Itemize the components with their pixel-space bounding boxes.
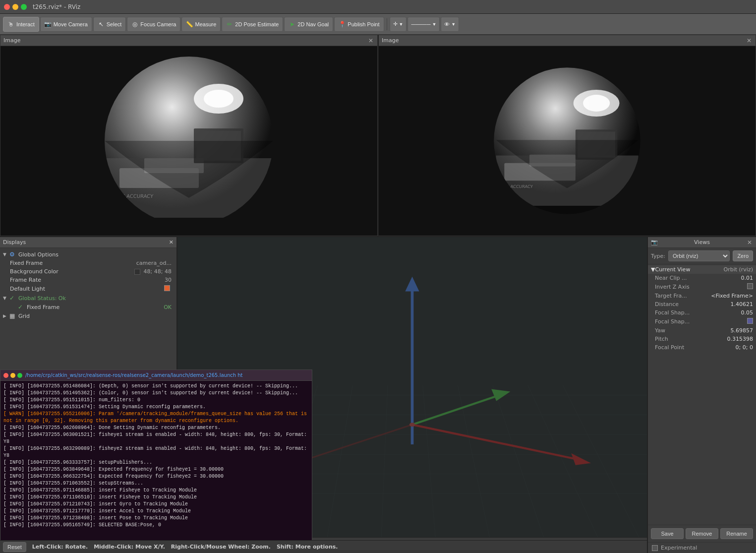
interact-button[interactable]: 🖱 Interact <box>3 17 39 32</box>
minimize-button[interactable] <box>12 4 18 10</box>
measure-button[interactable]: 📏 Measure <box>181 17 221 32</box>
status-left-click: Left-Click: Rotate. <box>32 544 88 550</box>
terminal-line: [ INFO] [1604737255.971217770]: insert A… <box>3 508 309 515</box>
default-light-item[interactable]: Default Light <box>0 284 176 294</box>
near-clip-label: Near Clip ... <box>655 275 741 281</box>
toolbar-sep-1 <box>387 18 387 30</box>
status-right-click: Right-Click/Mouse Wheel: Zoom. <box>171 544 271 550</box>
background-color-item[interactable]: Background Color 48; 48; 48 <box>0 267 176 276</box>
nav-goal-icon: ➤ <box>289 21 295 28</box>
current-view-header[interactable]: ▼ Current View Orbit (rviz) <box>648 265 756 274</box>
eye-dropdown[interactable]: 👁 ▼ <box>441 17 459 32</box>
invert-z-checkbox[interactable] <box>747 283 753 291</box>
terminal-content[interactable]: [ INFO] [1604737255.951486084]: (Depth, … <box>0 381 312 553</box>
pose-estimate-label: 2D Pose Estimate <box>235 21 279 27</box>
views-zero-btn[interactable]: Zero <box>733 250 753 261</box>
terminal-line: [ INFO] [1604737255.971146885]: insert F… <box>3 487 309 494</box>
focus-camera-icon: ◎ <box>131 21 138 28</box>
fixed-frame-status-item[interactable]: ✓ Fixed Frame OK <box>0 303 176 311</box>
global-status-icon: ✓ <box>9 295 16 302</box>
image-panel-2-close[interactable]: ✕ <box>746 37 753 44</box>
terminal-line: [ INFO] [1604737255.971238498]: insert P… <box>3 515 309 522</box>
dash-dropdown[interactable]: ───── ▼ <box>407 17 440 32</box>
default-light-value <box>164 285 174 293</box>
displays-title-close[interactable]: ✕ <box>169 239 174 246</box>
maximize-button[interactable] <box>21 4 27 10</box>
cross-dropdown[interactable]: ✛ ▼ <box>390 17 407 32</box>
terminal-close-btn[interactable] <box>3 373 8 378</box>
terminal-line: [ INFO] [1604737255.962608964]: Done Set… <box>3 425 309 431</box>
global-options-icon: ⚙ <box>9 251 16 258</box>
global-options-label: Global Options <box>18 251 174 258</box>
frame-rate-label: Frame Rate <box>10 277 165 283</box>
status-bar: Reset Left-Click: Rotate. Middle-Click: … <box>0 540 647 553</box>
views-title-icon: 📷 <box>651 239 658 246</box>
frame-rate-item[interactable]: Frame Rate 30 <box>0 276 176 284</box>
global-status-item[interactable]: ▼ ✓ Global Status: Ok <box>0 294 176 303</box>
fixed-frame-label: Fixed Frame <box>10 260 136 266</box>
terminal-line: [ INFO] [1604737255.951531474]: Setting … <box>3 404 309 411</box>
grid-icon: ▦ <box>9 312 16 319</box>
pitch-label: Pitch <box>655 336 727 342</box>
remove-view-btn[interactable]: Remove <box>686 528 718 539</box>
close-button[interactable] <box>4 4 10 10</box>
fisheye-image-1: DESK ACCURACY <box>45 49 333 233</box>
focal-shape2-check-icon <box>747 318 753 324</box>
publish-point-icon: 📍 <box>339 21 346 28</box>
measure-label: Measure <box>195 21 216 27</box>
default-light-checkbox[interactable] <box>164 285 170 291</box>
target-frame-label: Target Fra... <box>655 293 711 299</box>
terminal-max-btn[interactable] <box>17 373 22 378</box>
fixed-frame-item[interactable]: Fixed Frame camera_od... <box>0 259 176 267</box>
select-button[interactable]: ↖ Select <box>93 17 126 32</box>
yaw-row: Yaw 5.69857 <box>648 326 756 335</box>
nav-goal-button[interactable]: ➤ 2D Nav Goal <box>284 17 333 32</box>
focal-point-label: Focal Point <box>655 344 736 351</box>
focal-shape2-checkbox[interactable] <box>747 318 753 325</box>
background-color-swatch <box>134 269 140 275</box>
distance-row: Distance 1.40621 <box>648 300 756 308</box>
invert-z-check-icon <box>747 283 753 289</box>
current-view-type: Orbit (rviz) <box>724 266 753 273</box>
displays-panel: Displays ✕ ▼ ⚙ Global Options Fixed Fram… <box>0 237 177 553</box>
focal-shape1-value: 0.05 <box>741 309 754 316</box>
reset-button[interactable]: Reset <box>3 542 26 552</box>
fixed-frame-status-label: Fixed Frame <box>27 304 164 310</box>
move-camera-button[interactable]: 📷 Move Camera <box>40 17 92 32</box>
pose-estimate-button[interactable]: ✏ 2D Pose Estimate <box>222 17 283 32</box>
focus-camera-button[interactable]: ◎ Focus Camera <box>127 17 180 32</box>
frame-rate-value: 30 <box>165 277 174 283</box>
displays-title: Displays <box>3 239 26 246</box>
invert-z-row: Invert Z Axis <box>648 282 756 292</box>
terminal-min-btn[interactable] <box>10 373 15 378</box>
terminal-controls <box>3 373 22 378</box>
image-panel-1-content: DESK ACCURACY <box>0 46 377 236</box>
global-options-item[interactable]: ▼ ⚙ Global Options <box>0 250 176 259</box>
rename-view-btn[interactable]: Rename <box>720 528 753 539</box>
image-panel-1-close[interactable]: ✕ <box>367 37 374 44</box>
target-frame-row: Target Fra... <Fixed Frame> <box>648 292 756 300</box>
current-view-arrow: ▼ <box>651 266 655 273</box>
experimental-checkbox[interactable] <box>652 545 658 551</box>
terminal-line: [ INFO] [1604737255.963001521]: fisheye1… <box>3 431 309 445</box>
image-panel-2-content: DESK ACCURACY <box>379 46 756 236</box>
global-options-arrow: ▼ <box>3 252 8 257</box>
views-panel-close[interactable]: ✕ <box>746 239 753 246</box>
publish-point-button[interactable]: 📍 Publish Point <box>334 17 384 32</box>
toolbar: 🖱 Interact 📷 Move Camera ↖ Select ◎ Focu… <box>0 14 756 35</box>
save-view-btn[interactable]: Save <box>651 528 684 539</box>
yaw-value: 5.69857 <box>731 327 754 334</box>
image-panel-1-title: Image <box>3 37 20 44</box>
terminal-panel: /home/crp/catkin_ws/src/realsense-ros/re… <box>0 369 312 553</box>
window-title: t265.rviz* - RViz <box>33 3 80 10</box>
terminal-line: [ INFO] [1604737255.966322754]: Expected… <box>3 473 309 480</box>
terminal-line: [ INFO] [1604737255.963290089]: fisheye2… <box>3 445 309 459</box>
measure-icon: 📏 <box>186 21 193 28</box>
experimental-row: Experimental <box>648 542 756 553</box>
grid-item[interactable]: ▶ ▦ Grid <box>0 311 176 320</box>
views-type-select[interactable]: Orbit (rviz) <box>668 250 730 261</box>
views-type-label: Type: <box>651 253 665 259</box>
interact-label: Interact <box>16 21 35 27</box>
distance-value: 1.40621 <box>731 301 754 307</box>
default-light-label: Default Light <box>10 286 164 292</box>
